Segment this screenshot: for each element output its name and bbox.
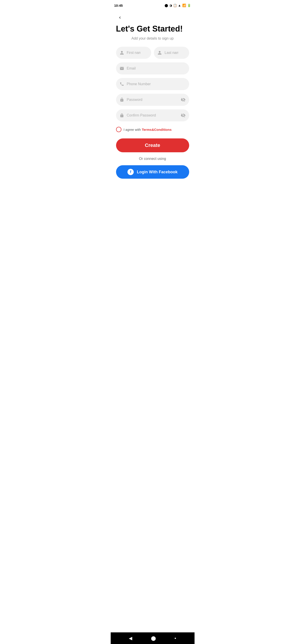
back-button[interactable]: ‹ <box>116 14 124 22</box>
facebook-label: Login With Facebook <box>137 170 178 174</box>
nav-home-button[interactable]: ⬤ <box>149 634 158 643</box>
main-content: ‹ Let's Get Started! Add your details to… <box>111 10 194 632</box>
signal-icon: 📶 <box>182 4 186 7</box>
phone-input[interactable] <box>116 78 189 90</box>
status-bar: 10:45 ⬤ ◑ 📋 ▲ 📶 🔋 <box>111 0 194 10</box>
confirm-password-input[interactable] <box>116 109 189 122</box>
facebook-icon: f <box>128 169 134 175</box>
confirm-password-wrapper <box>116 109 189 122</box>
terms-text: I agree with Terms&Conditions <box>124 128 172 132</box>
last-name-wrapper <box>154 47 189 59</box>
first-name-wrapper <box>116 47 152 59</box>
page-subtitle: Add your details to sign up <box>116 36 189 40</box>
nav-recents-icon: ▪ <box>175 636 176 641</box>
wifi-icon: ▲ <box>178 4 181 7</box>
password-input[interactable] <box>116 94 189 106</box>
terms-row: I agree with Terms&Conditions <box>116 127 189 132</box>
nav-back-button[interactable]: ◀ <box>127 634 134 643</box>
first-name-input[interactable] <box>116 47 152 59</box>
or-connect-text: Or connect using <box>116 157 189 161</box>
nav-home-icon: ⬤ <box>151 636 156 641</box>
bottom-nav-bar: ◀ ⬤ ▪ <box>111 632 194 644</box>
nav-recents-button[interactable]: ▪ <box>173 634 178 643</box>
email-input[interactable] <box>116 62 189 74</box>
last-name-input[interactable] <box>154 47 189 59</box>
nav-back-icon: ◀ <box>129 636 132 641</box>
terms-checkbox[interactable] <box>116 127 122 132</box>
facebook-login-button[interactable]: f Login With Facebook <box>116 165 189 179</box>
status-time: 10:45 <box>114 4 123 8</box>
halfcircle-icon: ◑ <box>169 4 172 7</box>
create-button[interactable]: Create <box>116 138 189 152</box>
terms-link[interactable]: Terms&Conditions <box>142 128 172 132</box>
password-wrapper <box>116 94 189 106</box>
name-row <box>116 47 189 59</box>
email-wrapper <box>116 62 189 74</box>
battery-icon: 🔋 <box>187 4 191 7</box>
phone-wrapper <box>116 78 189 90</box>
sim-icon: 📋 <box>173 4 177 7</box>
back-arrow-icon: ‹ <box>119 14 121 20</box>
eye-hide-confirm-icon[interactable] <box>181 113 186 118</box>
eye-hide-icon[interactable] <box>181 97 186 102</box>
status-icons: ⬤ ◑ 📋 ▲ 📶 🔋 <box>164 4 191 7</box>
page-title: Let's Get Started! <box>116 24 189 33</box>
circle-icon: ⬤ <box>164 4 168 7</box>
